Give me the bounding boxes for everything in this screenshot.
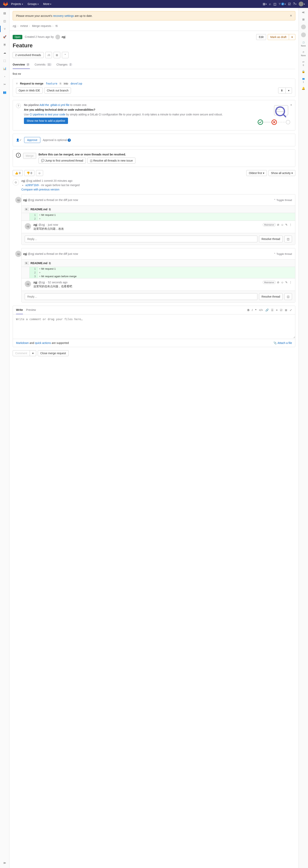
toggle-thread-button[interactable]: ⌃ Toggle thread bbox=[274, 252, 292, 255]
web-ide-button[interactable]: Open in Web IDE bbox=[16, 88, 43, 93]
labels-item[interactable]: 🏷0 bbox=[302, 60, 305, 66]
thumbs-down-button[interactable]: 👎 0 bbox=[24, 170, 34, 176]
resolve-issue-button[interactable]: ◫ bbox=[284, 293, 292, 300]
comment-avatar[interactable]: zgj bbox=[25, 223, 31, 229]
comment-author[interactable]: zgj bbox=[33, 281, 37, 284]
packages-icon[interactable]: ⬚ bbox=[3, 59, 7, 63]
quote-icon[interactable]: ❝ bbox=[255, 308, 256, 312]
bullet-list-icon[interactable]: ☰ bbox=[271, 308, 274, 312]
resolve-check-icon[interactable]: ⊘ bbox=[277, 281, 279, 284]
code-icon[interactable]: </> bbox=[259, 308, 263, 312]
copy-path-icon[interactable]: ⎘ bbox=[49, 261, 50, 265]
resolve-check-icon[interactable]: ⊘ bbox=[277, 223, 279, 226]
add-pipeline-button[interactable]: Show me how to add a pipeline bbox=[24, 118, 68, 124]
comment-author[interactable]: zgj bbox=[33, 223, 37, 226]
plus-dropdown[interactable]: ⊞ ▾ bbox=[263, 2, 267, 6]
author-avatar[interactable] bbox=[55, 35, 60, 39]
edit-icon[interactable]: ✎ bbox=[285, 223, 288, 226]
file-name[interactable]: README.md bbox=[30, 261, 47, 265]
close-mr-button[interactable]: Close merge request bbox=[38, 350, 69, 356]
copy-source-icon[interactable]: ⎘ bbox=[60, 82, 61, 85]
more-icon[interactable]: ⋮ bbox=[289, 281, 292, 284]
collapse-icon[interactable]: ⌃ bbox=[62, 52, 69, 58]
jump-next-icon[interactable]: ↓⎘ bbox=[45, 52, 52, 58]
edit-button[interactable]: Edit bbox=[256, 34, 266, 40]
approve-button[interactable]: Approve bbox=[24, 137, 40, 143]
reply-input[interactable] bbox=[25, 236, 258, 242]
thread-author-avatar[interactable]: zgj bbox=[15, 197, 22, 203]
comment-avatar[interactable]: zgj bbox=[25, 281, 31, 287]
crumb-section[interactable]: Merge requests bbox=[32, 24, 51, 28]
source-branch[interactable]: feature bbox=[46, 82, 57, 85]
resolve-thread-button[interactable]: Resolve thread bbox=[259, 236, 283, 242]
repo-icon[interactable]: ◫ bbox=[3, 19, 7, 23]
thread-author[interactable]: zgj bbox=[23, 252, 27, 255]
activity-filter-dropdown[interactable]: Show all activity ▾ bbox=[269, 170, 295, 176]
nav-groups[interactable]: Groups▾ bbox=[26, 2, 40, 5]
add-icon[interactable]: ⊞ bbox=[302, 18, 305, 21]
quick-actions-link[interactable]: quick actions bbox=[35, 341, 51, 344]
compare-link[interactable]: Compare with previous version bbox=[21, 188, 59, 191]
milestone-item[interactable]: 🕐None bbox=[301, 40, 306, 47]
security-icon[interactable]: ⛨ bbox=[3, 43, 7, 47]
snippets-icon[interactable]: ✂ bbox=[3, 82, 7, 86]
comment-textarea[interactable] bbox=[13, 314, 295, 338]
expand-sidebar-icon[interactable]: ≪ bbox=[302, 10, 305, 14]
add-reaction-button[interactable]: ☺ bbox=[36, 170, 43, 176]
comment-dropdown[interactable]: ▾ bbox=[30, 350, 36, 356]
event-user[interactable]: zgj bbox=[21, 179, 25, 182]
participants-item[interactable]: 👥1 bbox=[302, 76, 305, 83]
reviewer-avatar[interactable] bbox=[301, 32, 306, 37]
merge-requests-icon[interactable]: ⑂ bbox=[3, 27, 7, 31]
resolve-issue-icon[interactable]: ⊞ bbox=[54, 52, 60, 58]
members-icon[interactable]: 👥 bbox=[3, 90, 7, 94]
gitlab-logo[interactable] bbox=[3, 2, 8, 6]
resolve-thread-button[interactable]: Resolve thread bbox=[259, 293, 283, 300]
assignee-avatar[interactable] bbox=[301, 25, 306, 29]
write-tab[interactable]: Write bbox=[16, 306, 23, 314]
tab-commits[interactable]: Commits11 bbox=[35, 61, 52, 69]
collapse-icon[interactable]: ≫ bbox=[3, 861, 7, 865]
download-button[interactable]: ⬇ bbox=[278, 88, 286, 93]
merge-requests-icon[interactable]: ⑂2▾ bbox=[279, 2, 286, 6]
todos-icon[interactable]: ☑ bbox=[288, 2, 291, 6]
recovery-link[interactable]: recovery settings bbox=[53, 14, 74, 18]
wiki-icon[interactable]: ▫ bbox=[3, 74, 7, 79]
toggle-thread-button[interactable]: ⌃ Toggle thread bbox=[274, 198, 292, 202]
mr-options-dropdown[interactable]: ▾ bbox=[289, 34, 295, 40]
reply-input[interactable] bbox=[25, 293, 258, 300]
help-icon[interactable]: ? bbox=[68, 138, 71, 142]
issues-icon[interactable]: ◫ bbox=[273, 2, 276, 6]
edit-icon[interactable]: ✎ bbox=[285, 281, 288, 284]
nav-projects[interactable]: Projects▾ bbox=[9, 2, 25, 5]
commit-sha-link[interactable]: a209f1b9 bbox=[25, 184, 39, 187]
checkout-button[interactable]: Check out branch bbox=[44, 88, 71, 93]
unresolved-threads-button[interactable]: 2 unresolved threads bbox=[13, 52, 44, 58]
emoji-icon[interactable]: ☺ bbox=[281, 281, 284, 284]
comment-button[interactable]: Comment bbox=[13, 350, 30, 356]
ci-pipelines-link[interactable]: CI pipelines to test your code bbox=[30, 113, 65, 116]
table-icon[interactable]: ⊞ bbox=[285, 308, 287, 312]
markdown-link[interactable]: Markdown bbox=[16, 341, 29, 344]
nav-more[interactable]: More▾ bbox=[42, 2, 53, 5]
analytics-icon[interactable]: 📊 bbox=[3, 66, 7, 70]
lock-icon[interactable]: 🔒 bbox=[302, 69, 305, 73]
copy-path-icon[interactable]: ⎘ bbox=[49, 208, 50, 211]
italic-icon[interactable]: I bbox=[252, 308, 253, 312]
tab-overview[interactable]: Overview2 bbox=[13, 61, 30, 69]
search-icon[interactable]: ⌕ bbox=[269, 2, 271, 6]
home-icon[interactable]: ▤ bbox=[3, 11, 7, 15]
file-name[interactable]: README.md bbox=[30, 208, 47, 211]
close-alert-icon[interactable]: × bbox=[290, 14, 292, 18]
resolve-all-button[interactable]: ◫ Resolve all threads in new issue bbox=[88, 158, 135, 163]
crumb-user[interactable]: zgj bbox=[13, 24, 16, 28]
help-icon[interactable]: ? ▾ bbox=[293, 2, 296, 6]
time-tracking-item[interactable]: ⏱None bbox=[301, 50, 306, 57]
tab-changes[interactable]: Changes2 bbox=[57, 61, 73, 69]
resolve-issue-button[interactable]: ◫ bbox=[284, 236, 292, 242]
target-branch[interactable]: develop bbox=[71, 82, 82, 85]
more-icon[interactable]: ⋮ bbox=[289, 223, 292, 226]
ops-icon[interactable]: ☁ bbox=[3, 51, 7, 55]
thread-author-avatar[interactable]: zgj bbox=[15, 251, 22, 257]
thumbs-up-button[interactable]: 👍 0 bbox=[13, 170, 23, 176]
